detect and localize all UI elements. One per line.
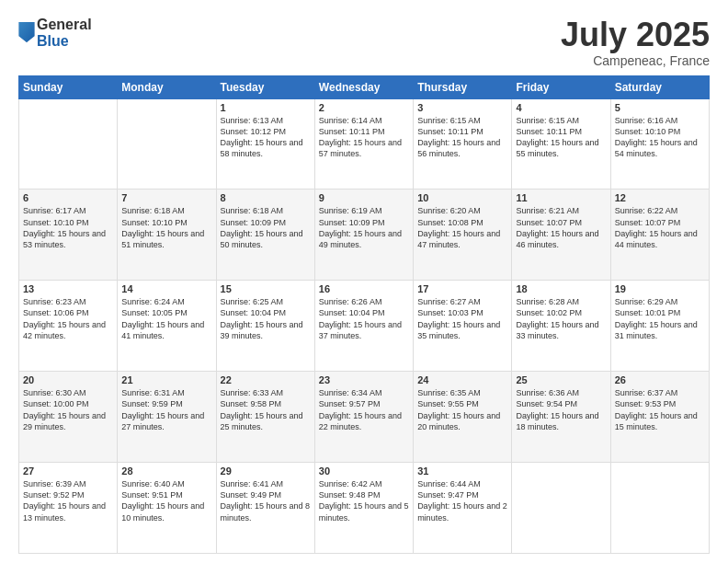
day-info: Sunrise: 6:22 AMSunset: 10:07 PMDaylight… <box>615 205 705 250</box>
day-info: Sunrise: 6:14 AMSunset: 10:11 PMDaylight… <box>319 115 409 160</box>
day-number: 11 <box>516 192 606 203</box>
logo-blue: Blue <box>37 33 92 50</box>
calendar-cell: 3Sunrise: 6:15 AMSunset: 10:11 PMDayligh… <box>414 98 512 190</box>
day-info: Sunrise: 6:29 AMSunset: 10:01 PMDaylight… <box>615 296 705 341</box>
day-info: Sunrise: 6:17 AMSunset: 10:10 PMDaylight… <box>23 205 113 250</box>
calendar-cell: 15Sunrise: 6:25 AMSunset: 10:04 PMDaylig… <box>216 281 314 372</box>
calendar-cell: 8Sunrise: 6:18 AMSunset: 10:09 PMDayligh… <box>216 190 314 281</box>
calendar-cell <box>118 98 216 190</box>
calendar-cell: 11Sunrise: 6:21 AMSunset: 10:07 PMDaylig… <box>512 190 610 281</box>
day-number: 19 <box>615 283 705 294</box>
calendar-cell <box>512 463 610 554</box>
day-number: 2 <box>319 102 409 113</box>
day-number: 24 <box>417 374 507 385</box>
logo-general: General <box>37 17 92 33</box>
day-number: 30 <box>319 465 409 477</box>
logo-icon <box>18 22 35 42</box>
svg-marker-1 <box>19 22 35 42</box>
day-info: Sunrise: 6:23 AMSunset: 10:06 PMDaylight… <box>23 296 113 341</box>
day-info: Sunrise: 6:37 AMSunset: 9:53 PMDaylight:… <box>615 387 705 432</box>
day-number: 29 <box>221 465 311 477</box>
calendar-cell: 29Sunrise: 6:41 AMSunset: 9:49 PMDayligh… <box>216 463 314 554</box>
calendar-cell <box>19 98 118 190</box>
day-info: Sunrise: 6:25 AMSunset: 10:04 PMDaylight… <box>221 296 311 341</box>
day-number: 20 <box>23 374 113 385</box>
day-info: Sunrise: 6:16 AMSunset: 10:10 PMDaylight… <box>615 115 705 160</box>
calendar-cell: 4Sunrise: 6:15 AMSunset: 10:11 PMDayligh… <box>512 98 610 190</box>
day-number: 28 <box>121 465 211 477</box>
calendar-cell: 14Sunrise: 6:24 AMSunset: 10:05 PMDaylig… <box>118 281 216 372</box>
calendar-cell: 13Sunrise: 6:23 AMSunset: 10:06 PMDaylig… <box>19 281 118 372</box>
day-info: Sunrise: 6:36 AMSunset: 9:54 PMDaylight:… <box>516 387 606 432</box>
calendar-cell: 22Sunrise: 6:33 AMSunset: 9:58 PMDayligh… <box>216 372 314 463</box>
calendar-cell: 20Sunrise: 6:30 AMSunset: 10:00 PMDaylig… <box>19 372 118 463</box>
day-info: Sunrise: 6:35 AMSunset: 9:55 PMDaylight:… <box>417 387 507 432</box>
calendar-cell: 10Sunrise: 6:20 AMSunset: 10:08 PMDaylig… <box>414 190 512 281</box>
calendar-cell: 25Sunrise: 6:36 AMSunset: 9:54 PMDayligh… <box>512 372 610 463</box>
day-info: Sunrise: 6:31 AMSunset: 9:59 PMDaylight:… <box>121 387 211 432</box>
day-info: Sunrise: 6:18 AMSunset: 10:10 PMDaylight… <box>121 205 211 250</box>
calendar-week-5: 27Sunrise: 6:39 AMSunset: 9:52 PMDayligh… <box>19 463 710 554</box>
location: Campeneac, France <box>561 53 710 68</box>
header-tuesday: Tuesday <box>216 75 314 98</box>
day-number: 12 <box>615 192 705 203</box>
calendar-cell: 23Sunrise: 6:34 AMSunset: 9:57 PMDayligh… <box>314 372 413 463</box>
day-number: 25 <box>516 374 606 385</box>
day-info: Sunrise: 6:26 AMSunset: 10:04 PMDaylight… <box>319 296 409 341</box>
day-info: Sunrise: 6:33 AMSunset: 9:58 PMDaylight:… <box>221 387 311 432</box>
day-number: 9 <box>319 192 409 203</box>
calendar-cell: 6Sunrise: 6:17 AMSunset: 10:10 PMDayligh… <box>19 190 118 281</box>
day-info: Sunrise: 6:18 AMSunset: 10:09 PMDaylight… <box>221 205 311 250</box>
calendar-cell: 28Sunrise: 6:40 AMSunset: 9:51 PMDayligh… <box>118 463 216 554</box>
logo: General Blue <box>18 17 92 49</box>
day-info: Sunrise: 6:13 AMSunset: 10:12 PMDaylight… <box>221 115 311 160</box>
header-sunday: Sunday <box>19 75 118 98</box>
calendar-cell: 18Sunrise: 6:28 AMSunset: 10:02 PMDaylig… <box>512 281 610 372</box>
calendar-cell: 1Sunrise: 6:13 AMSunset: 10:12 PMDayligh… <box>216 98 314 190</box>
title-block: July 2025 Campeneac, France <box>561 17 710 68</box>
calendar-cell: 31Sunrise: 6:44 AMSunset: 9:47 PMDayligh… <box>414 463 512 554</box>
month-title: July 2025 <box>561 17 710 53</box>
day-number: 26 <box>615 374 705 385</box>
calendar-cell: 2Sunrise: 6:14 AMSunset: 10:11 PMDayligh… <box>314 98 413 190</box>
calendar-week-2: 6Sunrise: 6:17 AMSunset: 10:10 PMDayligh… <box>19 190 710 281</box>
logo-text: General Blue <box>37 17 92 49</box>
calendar-cell: 7Sunrise: 6:18 AMSunset: 10:10 PMDayligh… <box>118 190 216 281</box>
calendar-week-1: 1Sunrise: 6:13 AMSunset: 10:12 PMDayligh… <box>19 98 710 190</box>
day-info: Sunrise: 6:15 AMSunset: 10:11 PMDaylight… <box>417 115 507 160</box>
day-info: Sunrise: 6:34 AMSunset: 9:57 PMDaylight:… <box>319 387 409 432</box>
day-number: 1 <box>221 102 311 113</box>
calendar-cell: 9Sunrise: 6:19 AMSunset: 10:09 PMDayligh… <box>314 190 413 281</box>
calendar-cell: 27Sunrise: 6:39 AMSunset: 9:52 PMDayligh… <box>19 463 118 554</box>
day-number: 18 <box>516 283 606 294</box>
day-number: 23 <box>319 374 409 385</box>
day-info: Sunrise: 6:15 AMSunset: 10:11 PMDaylight… <box>516 115 606 160</box>
header-saturday: Saturday <box>610 75 709 98</box>
day-number: 13 <box>23 283 113 294</box>
page: General Blue July 2025 Campeneac, France… <box>0 0 728 563</box>
calendar-week-4: 20Sunrise: 6:30 AMSunset: 10:00 PMDaylig… <box>19 372 710 463</box>
day-number: 31 <box>417 465 507 477</box>
day-number: 21 <box>121 374 211 385</box>
calendar-cell: 24Sunrise: 6:35 AMSunset: 9:55 PMDayligh… <box>414 372 512 463</box>
calendar-cell: 16Sunrise: 6:26 AMSunset: 10:04 PMDaylig… <box>314 281 413 372</box>
day-number: 16 <box>319 283 409 294</box>
day-number: 3 <box>417 102 507 113</box>
calendar-cell <box>610 463 709 554</box>
day-info: Sunrise: 6:19 AMSunset: 10:09 PMDaylight… <box>319 205 409 250</box>
day-number: 8 <box>221 192 311 203</box>
header: General Blue July 2025 Campeneac, France <box>18 17 710 68</box>
day-info: Sunrise: 6:28 AMSunset: 10:02 PMDaylight… <box>516 296 606 341</box>
header-friday: Friday <box>512 75 610 98</box>
day-info: Sunrise: 6:20 AMSunset: 10:08 PMDaylight… <box>417 205 507 250</box>
day-number: 6 <box>23 192 113 203</box>
calendar-cell: 17Sunrise: 6:27 AMSunset: 10:03 PMDaylig… <box>414 281 512 372</box>
calendar-cell: 12Sunrise: 6:22 AMSunset: 10:07 PMDaylig… <box>610 190 709 281</box>
day-info: Sunrise: 6:40 AMSunset: 9:51 PMDaylight:… <box>121 478 211 523</box>
day-number: 17 <box>417 283 507 294</box>
calendar-table: Sunday Monday Tuesday Wednesday Thursday… <box>18 75 710 554</box>
header-monday: Monday <box>118 75 216 98</box>
calendar-cell: 30Sunrise: 6:42 AMSunset: 9:48 PMDayligh… <box>314 463 413 554</box>
header-wednesday: Wednesday <box>314 75 413 98</box>
day-info: Sunrise: 6:41 AMSunset: 9:49 PMDaylight:… <box>221 478 311 523</box>
